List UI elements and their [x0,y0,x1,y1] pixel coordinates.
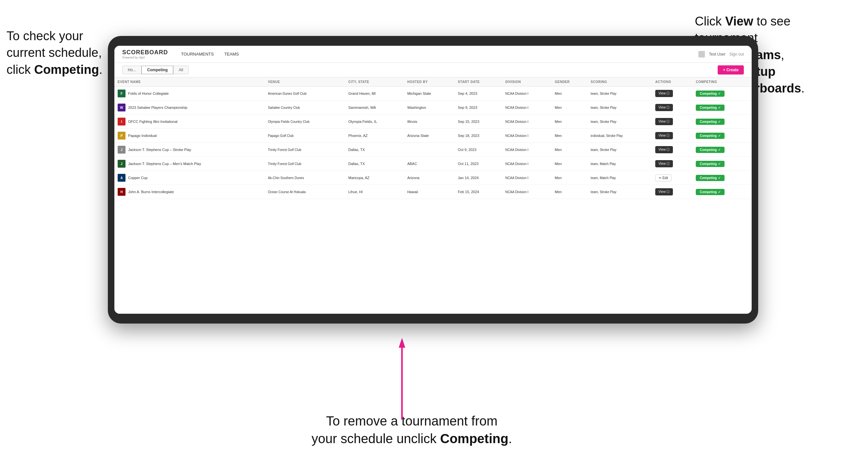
tablet-frame: SCOREBOARD Powered by clipd TOURNAMENTS … [108,36,758,323]
competing-button[interactable]: Competing [696,147,724,153]
team-logo: A [118,174,125,182]
team-logo: H [118,188,125,196]
tournaments-table: EVENT NAME VENUE CITY, STATE HOSTED BY S… [114,77,752,199]
team-logo: P [118,132,125,139]
start-date-cell: Sep 9, 2023 [455,101,502,115]
table-row: F Folds of Honor Collegiate American Dun… [114,87,752,101]
col-scoring: SCORING [587,77,652,87]
view-button[interactable]: View ⓘ [655,132,673,139]
hosted-by-cell: Hawaii [404,185,455,199]
start-date-cell: Sep 4, 2023 [455,87,502,101]
competing-button[interactable]: Competing [696,133,724,139]
hosted-by-cell: Michigan State [404,87,455,101]
user-icon [699,51,705,58]
event-name: 2023 Sahalee Players Championship [128,105,187,110]
svg-marker-3 [399,338,405,348]
city-cell: Dallas, TX [345,143,404,157]
actions-cell: View ⓘ [652,87,692,101]
col-venue: VENUE [265,77,345,87]
nav-bar: SCOREBOARD Powered by clipd TOURNAMENTS … [114,46,752,63]
event-name: Copper Cup [128,176,147,180]
event-name: Jackson T. Stephens Cup – Men's Match Pl… [128,162,201,166]
nav-teams[interactable]: TEAMS [224,50,239,58]
start-date-cell: Sep 15, 2023 [455,115,502,129]
gender-cell: Men [551,129,587,143]
scoring-cell: team, Match Play [587,157,652,171]
hosted-by-cell: Illinois [404,115,455,129]
division-cell: NCAA Division I [502,87,551,101]
competing-cell: Competing [692,185,752,199]
event-name-cell: F Folds of Honor Collegiate [114,87,265,101]
col-actions: ACTIONS [652,77,692,87]
view-button[interactable]: View ⓘ [655,118,673,125]
filter-bar: Ho... Competing All + Create [114,63,752,77]
team-logo: I [118,118,125,125]
actions-cell: ✏ Edit [652,171,692,185]
table-row: P Papago Individual Papago Golf ClubPhoe… [114,129,752,143]
scoring-cell: team, Stroke Play [587,143,652,157]
nav-links: TOURNAMENTS TEAMS [181,50,699,58]
view-button[interactable]: View ⓘ [655,90,673,97]
gender-cell: Men [551,115,587,129]
sign-out-link[interactable]: Sign out [730,52,744,57]
hosted-by-cell: ABAC [404,157,455,171]
city-cell: Grand Haven, MI [345,87,404,101]
competing-button[interactable]: Competing [696,175,724,181]
team-logo: J [118,160,125,168]
competing-button[interactable]: Competing [696,91,724,97]
annotation-bottom: To remove a tournament from your schedul… [281,412,542,447]
event-name-cell: J Jackson T. Stephens Cup – Stroke Play [114,143,265,157]
create-button[interactable]: + Create [718,65,744,74]
table-row: H John A. Burns Intercollegiate Ocean Co… [114,185,752,199]
view-button[interactable]: View ⓘ [655,160,673,167]
event-name-cell: P Papago Individual [114,129,265,143]
scoring-cell: team, Stroke Play [587,87,652,101]
hosted-by-cell [404,143,455,157]
actions-cell: View ⓘ [652,157,692,171]
division-cell: NCAA Division I [502,157,551,171]
city-cell: Olympia Fields, IL [345,115,404,129]
view-button[interactable]: View ⓘ [655,146,673,153]
division-cell: NCAA Division I [502,185,551,199]
start-date-cell: Oct 11, 2023 [455,157,502,171]
gender-cell: Men [551,87,587,101]
city-cell: Lihue, HI [345,185,404,199]
venue-cell: Trinity Forest Golf Club [265,143,345,157]
col-start-date: START DATE [455,77,502,87]
tablet-screen: SCOREBOARD Powered by clipd TOURNAMENTS … [114,46,752,314]
venue-cell: Olympia Fields Country Club [265,115,345,129]
view-button[interactable]: View ⓘ [655,188,673,195]
start-date-cell: Feb 15, 2024 [455,185,502,199]
col-event-name: EVENT NAME [114,77,265,87]
table-row: I OFCC Fighting Illini Invitational Olym… [114,115,752,129]
tab-competing[interactable]: Competing [142,66,173,74]
competing-cell: Competing [692,157,752,171]
edit-button[interactable]: ✏ Edit [655,175,672,181]
competing-cell: Competing [692,143,752,157]
logo-title: SCOREBOARD [122,49,168,56]
gender-cell: Men [551,101,587,115]
division-cell: NCAA Division I [502,115,551,129]
user-name: Test User [709,52,725,57]
competing-cell: Competing [692,171,752,185]
hosted-by-cell: Washington [404,101,455,115]
scoring-cell: team, Stroke Play [587,101,652,115]
nav-right: Test User Sign out [699,51,744,58]
start-date-cell: Jan 14, 2024 [455,171,502,185]
competing-button[interactable]: Competing [696,161,724,167]
venue-cell: Ocean Course At Hokuala [265,185,345,199]
tab-hosting[interactable]: Ho... [122,66,142,74]
venue-cell: Ak-Chin Southern Dunes [265,171,345,185]
tab-all[interactable]: All [173,66,189,74]
competing-button[interactable]: Competing [696,119,724,125]
start-date-cell: Sep 18, 2023 [455,129,502,143]
gender-cell: Men [551,171,587,185]
scoreboard-logo: SCOREBOARD Powered by clipd [122,49,168,59]
view-button[interactable]: View ⓘ [655,104,673,111]
competing-button[interactable]: Competing [696,104,724,111]
nav-tournaments[interactable]: TOURNAMENTS [181,50,214,58]
division-cell: NCAA Division I [502,129,551,143]
competing-button[interactable]: Competing [696,189,724,195]
actions-cell: View ⓘ [652,185,692,199]
city-cell: Sammamish, WA [345,101,404,115]
